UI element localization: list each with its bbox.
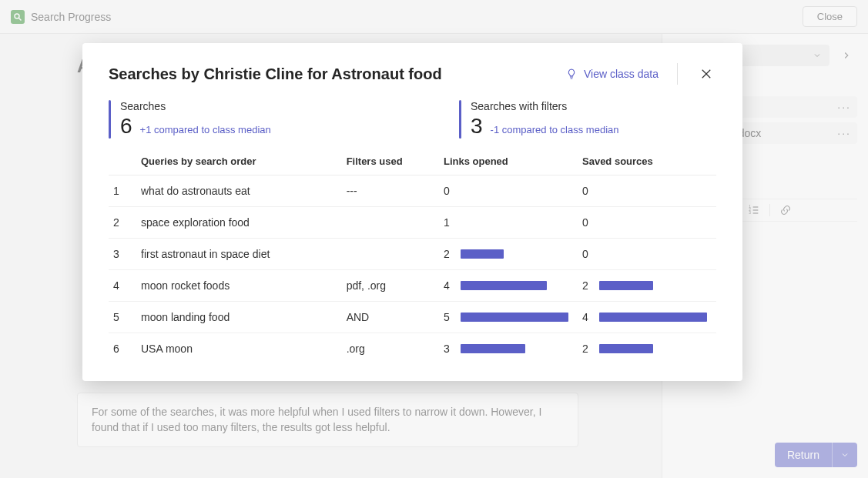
modal-title: Searches by Christie Cline for Astronaut… xyxy=(109,65,442,83)
cell-query: moon rocket foods xyxy=(136,270,342,302)
cell-order: 4 xyxy=(109,270,136,302)
svg-point-0 xyxy=(15,14,19,18)
cell-saved: 0 xyxy=(578,175,716,207)
cell-saved: 0 xyxy=(578,207,716,239)
cell-saved: 4 xyxy=(578,302,716,333)
saved-value: 2 xyxy=(582,279,588,292)
return-dropdown[interactable] xyxy=(832,443,857,467)
cell-order: 2 xyxy=(109,207,136,239)
links-value: 1 xyxy=(444,216,450,229)
cell-filters xyxy=(342,239,439,270)
close-button[interactable]: Close xyxy=(803,6,857,27)
cell-order: 1 xyxy=(109,175,136,207)
app-title: Search Progress xyxy=(31,11,111,23)
cell-filters: --- xyxy=(342,175,439,207)
cell-order: 5 xyxy=(109,302,136,333)
app-header: Search Progress Close xyxy=(0,0,868,34)
links-value: 3 xyxy=(444,343,450,355)
cell-order: 6 xyxy=(109,333,136,365)
chevron-down-icon xyxy=(813,51,822,60)
cell-query: first astronaut in space diet xyxy=(136,239,342,270)
cell-saved: 2 xyxy=(578,333,716,365)
close-icon[interactable] xyxy=(696,65,716,82)
cell-links: 4 xyxy=(439,270,578,302)
links-value: 0 xyxy=(444,185,450,197)
saved-value: 2 xyxy=(582,343,588,355)
saved-bar xyxy=(599,313,707,322)
svg-text:3: 3 xyxy=(749,211,751,215)
saved-bar xyxy=(599,344,653,353)
stat-searches-label: Searches xyxy=(120,100,271,112)
stat-filters-value: 3 xyxy=(471,114,483,139)
cell-saved: 2 xyxy=(578,270,716,302)
reflection-text: For some of the searches, it was more he… xyxy=(92,406,541,433)
cell-links: 1 xyxy=(439,207,578,239)
table-row: 3first astronaut in space diet20 xyxy=(109,239,716,270)
more-icon[interactable]: ··· xyxy=(837,127,851,139)
saved-value: 4 xyxy=(582,311,588,323)
col-query: Queries by search order xyxy=(136,148,342,175)
svg-line-1 xyxy=(19,18,22,20)
cell-filters: AND xyxy=(342,302,439,333)
searches-modal: Searches by Christie Cline for Astronaut… xyxy=(82,43,742,381)
links-bar xyxy=(461,313,568,322)
saved-value: 0 xyxy=(582,216,588,229)
table-row: 4moon rocket foodspdf, .org42 xyxy=(109,270,716,302)
numbered-list-icon[interactable]: 123 xyxy=(748,204,760,216)
reflection-card: For some of the searches, it was more he… xyxy=(77,393,578,447)
cell-links: 3 xyxy=(439,333,578,365)
cell-query: moon landing food xyxy=(136,302,342,333)
table-row: 2space exploration food10 xyxy=(109,207,716,239)
stat-filters: Searches with filters 3 -1 compared to c… xyxy=(459,100,619,139)
cell-order: 3 xyxy=(109,239,136,270)
return-button[interactable]: Return xyxy=(775,443,832,467)
links-bar xyxy=(461,249,504,259)
stat-filters-compare[interactable]: -1 compared to class median xyxy=(491,124,619,135)
col-order xyxy=(109,148,136,175)
search-progress-icon xyxy=(11,10,25,24)
next-student-button[interactable] xyxy=(836,45,857,66)
cell-saved: 0 xyxy=(578,239,716,270)
col-saved: Saved sources xyxy=(578,148,716,175)
saved-value: 0 xyxy=(582,185,588,197)
cell-filters xyxy=(342,207,439,239)
links-value: 2 xyxy=(444,248,450,260)
col-links: Links opened xyxy=(439,148,578,175)
stat-searches: Searches 6 +1 compared to class median xyxy=(109,100,413,139)
cell-links: 2 xyxy=(439,239,578,270)
stat-searches-compare[interactable]: +1 compared to class median xyxy=(140,124,271,135)
table-row: 6USA moon.org32 xyxy=(109,333,716,365)
queries-table: Queries by search order Filters used Lin… xyxy=(109,148,716,364)
cell-filters: pdf, .org xyxy=(342,270,439,302)
cell-query: space exploration food xyxy=(136,207,342,239)
cell-query: what do astronauts eat xyxy=(136,175,342,207)
link-icon[interactable] xyxy=(779,204,792,216)
view-class-data-link[interactable]: View class data xyxy=(565,68,659,80)
cell-links: 0 xyxy=(439,175,578,207)
cell-query: USA moon xyxy=(136,333,342,365)
col-filters: Filters used xyxy=(342,148,439,175)
lightbulb-icon xyxy=(565,68,578,80)
cell-filters: .org xyxy=(342,333,439,365)
view-class-data-label: View class data xyxy=(584,68,659,80)
links-value: 5 xyxy=(444,311,450,323)
stat-searches-value: 6 xyxy=(120,114,132,139)
table-row: 1what do astronauts eat---00 xyxy=(109,175,716,207)
links-value: 4 xyxy=(444,279,450,292)
links-bar xyxy=(461,281,547,290)
links-bar xyxy=(461,344,525,353)
saved-bar xyxy=(599,281,653,290)
cell-links: 5 xyxy=(439,302,578,333)
stat-filters-label: Searches with filters xyxy=(471,100,619,112)
more-icon[interactable]: ··· xyxy=(837,101,851,113)
table-row: 5moon landing foodAND54 xyxy=(109,302,716,333)
saved-value: 0 xyxy=(582,248,588,260)
